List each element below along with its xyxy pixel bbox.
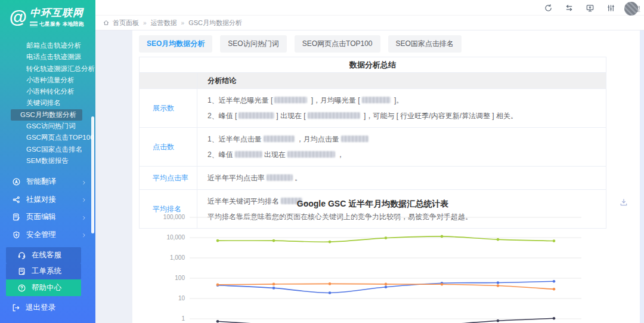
table-row-label: 点击数 <box>140 128 197 166</box>
sidebar-footer-label: 退出登录 <box>26 303 55 313</box>
sidebar-footer-帮助中心[interactable]: 帮助中心 <box>6 279 81 296</box>
svg-text:1: 1 <box>181 315 185 322</box>
sidebar-footer-label: 在线客服 <box>32 250 61 260</box>
sidebar-groups: 智能翻译 社媒对接 页面编辑 安全管理 <box>0 173 95 244</box>
redacted-value <box>264 136 295 142</box>
table-row-content: 近半年平均点击率。 <box>197 167 606 189</box>
sliders-icon[interactable] <box>606 4 615 13</box>
sidebar-item-邮箱点击轨迹分析[interactable]: 邮箱点击轨迹分析 <box>8 40 91 51</box>
redacted-value <box>235 151 262 158</box>
breadcrumb-item[interactable]: 首页面板 <box>113 19 139 27</box>
breadcrumb-item[interactable]: GSC月均数据分析 <box>188 19 242 27</box>
content-card: SEO月均数据分析SEO访问热门词SEO网页点击TOP100SEO国家点击排名 … <box>132 30 640 323</box>
summary-table-column-header: 分析结论 <box>197 73 606 88</box>
svg-text:10: 10 <box>178 295 185 302</box>
sidebar-item-电话点击轨迹溯源[interactable]: 电话点击轨迹溯源 <box>8 51 91 63</box>
breadcrumb-separator: » <box>143 20 147 26</box>
summary-table-header-spacer <box>140 73 197 88</box>
sidebar-item-GSC网页点击TOP100[interactable]: GSC网页点击TOP100 <box>8 132 91 143</box>
sidebar-footer-工单系统[interactable]: 工单系统 <box>6 263 81 279</box>
redacted-value <box>267 174 293 181</box>
sidebar-item-小语种转化分析[interactable]: 小语种转化分析 <box>8 86 91 97</box>
sidebar: @ 中环互联网 七星服务 本地陪跑 邮箱点击轨迹分析电话点击轨迹溯源转化轨迹溯源… <box>0 0 95 323</box>
tab-SEO网页点击TOP100[interactable]: SEO网页点击TOP100 <box>295 35 380 53</box>
translate-icon <box>12 177 21 186</box>
brand-swirl-icon: @ <box>6 7 30 27</box>
sidebar-item-小语种流量分析[interactable]: 小语种流量分析 <box>8 75 91 86</box>
sidebar-group-label: 安全管理 <box>26 230 81 240</box>
table-row-content: 1、近半年总曝光量 [ ]，月均曝光量 [ ]。2、峰值 [] 出现在 [ ]，… <box>197 89 606 127</box>
sidebar-group-label: 社媒对接 <box>26 195 81 205</box>
swap-icon[interactable] <box>565 4 574 13</box>
sidebar-item-SEM数据报告[interactable]: SEM数据报告 <box>8 155 91 167</box>
breadcrumb: 首页面板»运营数据»GSC月均数据分析 <box>95 16 644 30</box>
tab-SEO国家点击排名[interactable]: SEO国家点击排名 <box>388 35 462 53</box>
chevron-right-icon <box>81 179 87 185</box>
breadcrumb-separator: » <box>181 20 185 26</box>
share-icon <box>12 195 21 204</box>
svg-text:10,000: 10,000 <box>166 234 185 241</box>
page-scrollbar[interactable] <box>640 30 644 323</box>
chevron-right-icon <box>81 232 87 238</box>
table-row-label: 展示数 <box>140 89 197 127</box>
sidebar-footer-退出登录[interactable]: 退出登录 <box>0 300 95 316</box>
avatar[interactable] <box>624 2 638 16</box>
tab-SEO访问热门词[interactable]: SEO访问热门词 <box>220 35 286 53</box>
sidebar-group-label: 智能翻译 <box>26 177 81 187</box>
user-box[interactable]: 管理 <box>617 1 640 16</box>
sidebar-item-GSC月均数据分析[interactable]: GSC月均数据分析 <box>11 109 82 121</box>
main-area: SEO月均数据分析SEO访问热门词SEO网页点击TOP100SEO国家点击排名 … <box>95 30 644 323</box>
redacted-value <box>287 151 335 158</box>
page-edit-icon <box>12 213 21 222</box>
sidebar-footer-label: 工单系统 <box>32 266 61 276</box>
monitor-icon[interactable] <box>586 4 595 13</box>
chevron-right-icon <box>81 214 87 220</box>
redacted-value <box>308 112 360 119</box>
chart-title: Google GSC 近半年月均数据汇总统计表 <box>139 199 606 210</box>
sidebar-footer: 在线客服 工单系统 帮助中心 退出登录 <box>0 247 95 316</box>
brand-logo[interactable]: @ 中环互联网 七星服务 本地陪跑 <box>0 0 95 32</box>
sidebar-group-页面编辑[interactable]: 页面编辑 <box>0 208 95 226</box>
table-row: 点击数 1、近半年点击量，月均点击量2、峰值出现在， <box>140 128 606 167</box>
summary-table-title: 数据分析总结 <box>140 57 606 73</box>
tab-bar: SEO月均数据分析SEO访问热门词SEO网页点击TOP100SEO国家点击排名 <box>139 35 462 53</box>
table-row-content: 1、近半年点击量，月均点击量2、峰值出现在， <box>197 128 606 166</box>
svg-text:1,000: 1,000 <box>170 254 185 261</box>
headset-icon <box>17 251 26 260</box>
sidebar-footer-在线客服[interactable]: 在线客服 <box>6 247 81 263</box>
line-chart: 100,00010,0001,000100101 <box>137 210 602 323</box>
download-icon[interactable] <box>619 198 628 207</box>
brand-name: 中环互联网 <box>30 6 84 20</box>
brand-badge <box>30 21 38 27</box>
toolbar <box>544 0 615 16</box>
ticket-icon <box>17 267 26 276</box>
table-row: 平均点击率 近半年平均点击率。 <box>140 167 606 190</box>
app-window: @ 中环互联网 七星服务 本地陪跑 邮箱点击轨迹分析电话点击轨迹溯源转化轨迹溯源… <box>0 0 644 323</box>
sidebar-item-GSC国家点击排名[interactable]: GSC国家点击排名 <box>8 144 91 155</box>
sidebar-group-安全管理[interactable]: 安全管理 <box>0 226 95 244</box>
svg-text:100: 100 <box>175 275 185 281</box>
sidebar-menu: 邮箱点击轨迹分析电话点击轨迹溯源转化轨迹溯源汇总分析小语种流量分析小语种转化分析… <box>0 40 95 167</box>
redacted-value <box>362 97 391 103</box>
tab-SEO月均数据分析[interactable]: SEO月均数据分析 <box>139 35 212 53</box>
redacted-value <box>239 112 274 119</box>
sidebar-item-GSC访问热门词[interactable]: GSC访问热门词 <box>8 121 91 132</box>
sidebar-scrollbar[interactable] <box>91 116 94 233</box>
home-icon <box>103 19 110 26</box>
breadcrumb-item[interactable]: 运营数据 <box>151 19 177 27</box>
shield-icon <box>12 230 21 239</box>
redacted-value <box>274 97 307 103</box>
help-icon <box>17 284 26 293</box>
sidebar-group-社媒对接[interactable]: 社媒对接 <box>0 191 95 209</box>
redacted-value <box>341 136 369 142</box>
sidebar-item-关键词排名[interactable]: 关键词排名 <box>8 97 91 109</box>
sidebar-footer-label: 帮助中心 <box>32 283 61 293</box>
sidebar-group-label: 页面编辑 <box>26 212 81 222</box>
refresh-icon[interactable] <box>544 4 553 13</box>
brand-tagline: 七星服务 本地陪跑 <box>39 21 84 28</box>
chevron-right-icon <box>81 196 87 202</box>
table-row: 展示数 1、近半年总曝光量 [ ]，月均曝光量 [ ]。2、峰值 [] 出现在 … <box>140 89 606 128</box>
sidebar-item-转化轨迹溯源汇总分析[interactable]: 转化轨迹溯源汇总分析 <box>8 63 91 75</box>
top-bar: 管理 <box>95 0 644 16</box>
sidebar-group-智能翻译[interactable]: 智能翻译 <box>0 173 95 191</box>
